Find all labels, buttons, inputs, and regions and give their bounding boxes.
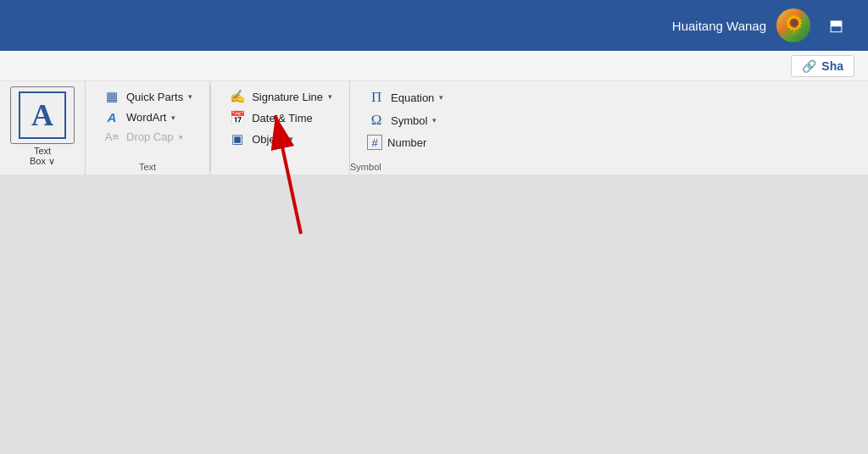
- wordart-button[interactable]: A WordArt ▾: [96, 108, 199, 127]
- signature-line-icon: ✍: [228, 89, 247, 104]
- symbol-group: Π Equation ▾ Ω Symbol ▾ # Number Symbol: [350, 81, 460, 174]
- object-label: Object: [252, 133, 284, 146]
- share-button[interactable]: 🔗 Sha: [791, 55, 854, 77]
- object-button[interactable]: ▣ Object ▾: [221, 129, 339, 149]
- drop-cap-label: Drop Cap: [126, 130, 174, 143]
- equation-label: Equation: [391, 91, 434, 104]
- quick-parts-button[interactable]: ▦ Quick Parts ▾: [96, 86, 199, 107]
- drop-cap-caret: ▾: [179, 133, 183, 141]
- share-label: Sha: [821, 59, 843, 73]
- quick-parts-icon: ▦: [103, 89, 121, 104]
- equation-caret: ▾: [439, 93, 443, 102]
- drop-cap-button[interactable]: A≡ Drop Cap ▾: [96, 128, 199, 146]
- symbol-icon: Ω: [367, 112, 386, 129]
- avatar: 🌻: [776, 8, 810, 42]
- object-icon: ▣: [228, 131, 247, 147]
- drop-cap-icon: A≡: [103, 130, 121, 143]
- text-group: ▦ Quick Parts ▾ A WordArt ▾ A≡ Drop Cap …: [86, 81, 210, 174]
- text-group-label: Text: [86, 159, 209, 174]
- date-time-icon: 📅: [228, 110, 247, 125]
- wordart-icon: A: [103, 110, 121, 125]
- textbox-label: TextBox ∨: [30, 146, 55, 167]
- insert-group: ✍ Signature Line ▾ 📅 Date & Time ▣ Objec…: [211, 81, 350, 174]
- share-bar: 🔗 Sha: [0, 51, 868, 81]
- textbox-icon: A: [19, 91, 66, 139]
- quick-parts-caret: ▾: [188, 92, 192, 101]
- signature-line-caret: ▾: [328, 92, 332, 101]
- symbol-label: Symbol: [391, 114, 427, 127]
- number-button[interactable]: # Number: [360, 132, 450, 152]
- equation-button[interactable]: Π Equation ▾: [360, 86, 450, 108]
- text-group-items: ▦ Quick Parts ▾ A WordArt ▾ A≡ Drop Cap …: [86, 81, 209, 159]
- username-label: Huaitang Wanag: [672, 19, 766, 33]
- wordart-caret: ▾: [171, 114, 175, 122]
- object-caret: ▾: [289, 135, 293, 143]
- document-body: [0, 174, 868, 454]
- symbol-group-items: Π Equation ▾ Ω Symbol ▾ # Number: [350, 81, 460, 159]
- textbox-section: A TextBox ∨: [0, 81, 86, 174]
- equation-icon: Π: [367, 89, 386, 106]
- ribbon: A TextBox ∨ ▦ Quick Parts ▾ A WordArt ▾ …: [0, 81, 868, 174]
- date-time-label: Date & Time: [252, 112, 313, 125]
- symbol-button[interactable]: Ω Symbol ▾: [360, 109, 450, 131]
- symbol-group-label: Symbol: [350, 159, 460, 174]
- number-icon: #: [367, 135, 382, 150]
- restore-button[interactable]: ⬒: [821, 10, 851, 41]
- share-icon: 🔗: [802, 59, 816, 73]
- date-time-button[interactable]: 📅 Date & Time: [221, 108, 339, 128]
- signature-line-button[interactable]: ✍ Signature Line ▾: [221, 86, 339, 107]
- number-label: Number: [387, 136, 426, 149]
- insert-group-items: ✍ Signature Line ▾ 📅 Date & Time ▣ Objec…: [211, 81, 349, 159]
- title-bar: Huaitang Wanag 🌻 ⬒: [0, 0, 868, 51]
- quick-parts-label: Quick Parts: [126, 91, 183, 103]
- wordart-label: WordArt: [126, 111, 166, 124]
- textbox-button[interactable]: A: [10, 86, 75, 144]
- symbol-caret: ▾: [432, 116, 437, 125]
- signature-line-label: Signature Line: [252, 91, 323, 103]
